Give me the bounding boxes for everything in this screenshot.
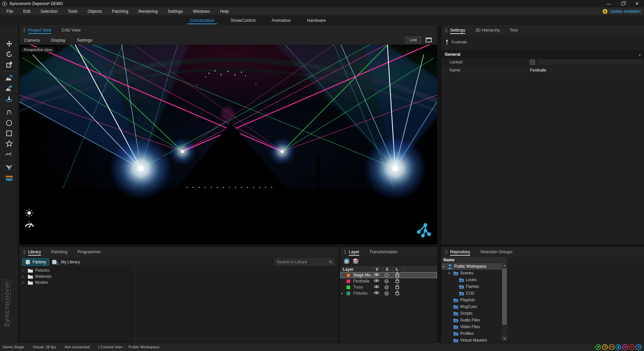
scroll-down-button[interactable]: ▼ xyxy=(502,336,507,341)
menu-item[interactable]: Edit xyxy=(18,7,36,15)
repository-tree-row[interactable]: Virtual Masters xyxy=(441,337,502,343)
lock-icon[interactable] xyxy=(395,284,399,290)
library-folder-row[interactable]: ▷ Materials xyxy=(19,273,135,279)
repository-tree-row[interactable]: Looks xyxy=(441,276,502,283)
repository-tree-row[interactable]: Flames xyxy=(441,283,502,290)
open-in-window-tool-icon[interactable] xyxy=(1,59,17,70)
truss-builder-tool-icon[interactable] xyxy=(1,173,17,183)
panel-grip[interactable] xyxy=(23,28,25,33)
menu-item[interactable]: Tools xyxy=(63,7,83,15)
solo-badge-icon[interactable]: S xyxy=(384,291,389,296)
settings-tab[interactable]: Tool xyxy=(510,25,518,35)
repository-name-header[interactable]: Name xyxy=(441,257,507,263)
expanded-arrow-icon[interactable]: ▾ xyxy=(443,265,446,268)
repository-tree-row[interactable]: ▾ Scenes xyxy=(441,270,502,276)
settings-tab[interactable]: Settings xyxy=(450,25,465,35)
viewport-menu-item[interactable]: Display xyxy=(51,38,65,43)
panel-grip[interactable] xyxy=(445,28,447,33)
solo-badge-icon[interactable]: S xyxy=(384,285,389,290)
selected-object-chip[interactable]: Festhalle xyxy=(441,38,644,46)
search-input[interactable] xyxy=(277,260,329,264)
laser-show-render[interactable] xyxy=(19,45,437,244)
repository-tree-row[interactable]: Scripts xyxy=(441,310,502,317)
expand-layer-icon[interactable]: ▸ xyxy=(341,292,343,295)
minimize-button[interactable]: — xyxy=(602,0,616,7)
expand-arrow-icon[interactable]: ▷ xyxy=(22,275,25,278)
menu-item[interactable]: Rendering xyxy=(133,7,163,15)
expand-arrow-icon[interactable]: ▷ xyxy=(22,281,25,284)
repository-tab[interactable]: Repository xyxy=(450,247,470,257)
function-curve-tool-icon[interactable]: f xyxy=(1,149,17,159)
performance-gauge-icon[interactable] xyxy=(24,219,35,229)
terrain-elevation-tool-icon[interactable] xyxy=(1,73,17,83)
rectangle-shape-tool-icon[interactable] xyxy=(1,128,17,138)
circle-shape-tool-icon[interactable] xyxy=(1,118,17,128)
expand-arrow-icon[interactable]: ▷ xyxy=(22,269,25,272)
menu-item[interactable]: Help xyxy=(215,7,234,15)
maximize-viewport-icon[interactable] xyxy=(426,38,432,42)
layer-color-swatch[interactable] xyxy=(346,279,351,283)
layer-row[interactable]: ▸ Fixtures S xyxy=(340,290,437,296)
playback-indicator-icon[interactable] xyxy=(629,344,635,350)
repository-tab[interactable]: Selection Groups xyxy=(480,247,513,257)
repository-tree-row[interactable]: Playlists xyxy=(441,297,502,303)
repository-scrollbar[interactable]: ▲ ▼ xyxy=(502,263,507,341)
mode-tab[interactable]: ShowControl xyxy=(229,15,257,25)
library-folder-row[interactable]: ▷ Models xyxy=(19,279,135,286)
library-source-button[interactable]: My Library xyxy=(49,258,83,266)
collapse-section-icon[interactable]: ▴ xyxy=(639,53,641,56)
library-tab[interactable]: Library xyxy=(28,247,41,257)
layer-row[interactable]: Truss S xyxy=(340,284,437,290)
library-tab[interactable]: Programmer xyxy=(77,247,101,257)
move-tool-icon[interactable] xyxy=(1,39,17,49)
solo-badge-icon[interactable]: S xyxy=(384,279,389,283)
layer-row[interactable]: Festhalle S xyxy=(340,278,437,284)
lock-icon[interactable] xyxy=(395,290,399,296)
layer-panel-tab[interactable]: Transformation xyxy=(369,247,397,257)
menu-item[interactable]: Patching xyxy=(107,7,133,15)
visibility-eye-icon[interactable] xyxy=(374,291,379,296)
library-source-button[interactable]: Factory xyxy=(22,258,49,266)
update-notice[interactable]: Update available! xyxy=(603,9,644,14)
spline-tool-icon[interactable] xyxy=(1,107,17,118)
locked-checkbox[interactable] xyxy=(530,60,535,65)
laser-fixture-tool-icon[interactable] xyxy=(1,162,17,173)
repository-tree-row[interactable]: CO2 xyxy=(441,290,502,297)
menu-item[interactable]: Settings xyxy=(163,7,188,15)
create-layer-icon[interactable] xyxy=(343,258,350,265)
visibility-eye-icon[interactable] xyxy=(374,285,379,290)
expanded-arrow-icon[interactable]: ▾ xyxy=(448,272,451,275)
menu-item[interactable]: Selection xyxy=(36,7,63,15)
menu-item[interactable]: Objects xyxy=(83,7,107,15)
lock-icon[interactable] xyxy=(395,278,399,284)
solo-badge-icon[interactable]: S xyxy=(384,273,389,277)
menu-item[interactable]: File xyxy=(1,7,18,15)
viewport-tab[interactable]: Project View xyxy=(28,25,51,35)
viewport-3d[interactable]: Perspective View xyxy=(19,45,437,244)
delete-layer-icon[interactable] xyxy=(353,258,359,265)
terrain-paint-tool-icon[interactable] xyxy=(1,83,17,94)
timeline-play-indicator-icon[interactable] xyxy=(636,344,641,350)
repository-tree-row[interactable]: ▾ Public Workspace xyxy=(441,263,502,270)
viewport-menu-item[interactable]: Settings xyxy=(77,38,93,43)
library-search[interactable] xyxy=(274,258,335,265)
settings-tab[interactable]: 3D Hierarchy xyxy=(475,25,500,35)
fx-indicator[interactable]: FX xyxy=(609,344,614,350)
library-tab[interactable]: Patching xyxy=(51,247,67,257)
layer-row[interactable]: Stage Mo... S xyxy=(340,272,437,278)
visibility-eye-icon[interactable] xyxy=(374,273,379,277)
rotate-tool-icon[interactable] xyxy=(1,49,17,59)
repository-tree-row[interactable]: Video Files xyxy=(441,323,502,330)
visual-eye-indicator-icon[interactable] xyxy=(622,344,628,350)
visibility-eye-icon[interactable] xyxy=(374,279,379,283)
repository-tree-row[interactable]: MsgCues xyxy=(441,303,502,310)
viewport-menu-item[interactable]: Camera xyxy=(24,38,40,43)
lock-icon[interactable] xyxy=(395,272,399,278)
nature-indicator-icon[interactable] xyxy=(595,344,601,350)
live-button[interactable]: Live xyxy=(406,37,421,43)
panel-grip[interactable] xyxy=(23,250,25,254)
mode-tab[interactable]: Hardware xyxy=(306,15,327,25)
viewport-tab[interactable]: CAD View xyxy=(61,25,80,35)
layer-color-swatch[interactable] xyxy=(346,291,351,296)
sun-daylight-icon[interactable] xyxy=(25,209,34,219)
